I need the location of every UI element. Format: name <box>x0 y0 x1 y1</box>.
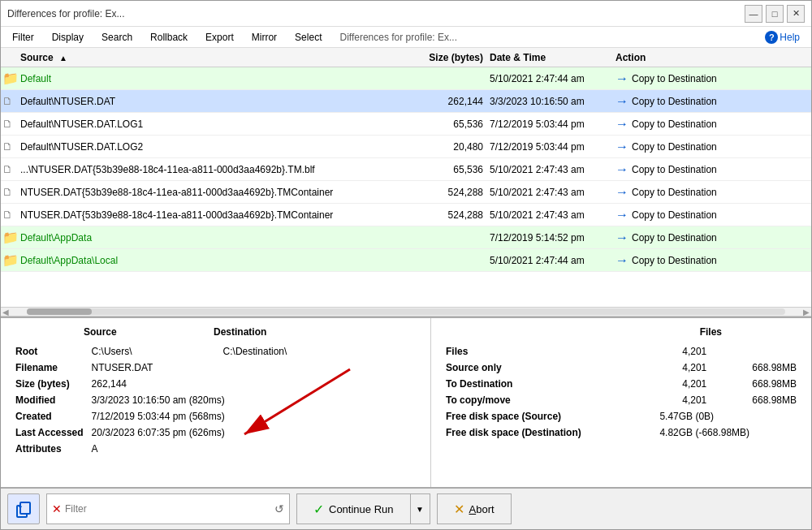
copy-icon <box>14 499 33 519</box>
abort-label: Abort <box>469 503 495 515</box>
action-arrow-icon: → <box>615 253 628 268</box>
file-action: → Copy to Destination <box>615 162 811 177</box>
stats-row-source-only: Source only 4,201 668.98MB <box>443 360 800 375</box>
file-action: → Copy to Destination <box>615 253 811 268</box>
root-source: C:\Users\ <box>89 344 218 359</box>
file-date: 7/12/2019 5:03:44 pm <box>490 118 615 130</box>
table-row[interactable]: 📁 Default\AppData 7/12/2019 5:14:52 pm →… <box>1 226 811 249</box>
folder-icon: 📁 <box>2 253 17 268</box>
root-dest: C:\Destination\ <box>220 344 419 359</box>
file-action: → Copy to Destination <box>615 185 811 200</box>
filename-value: NTUSER.DAT <box>89 360 419 375</box>
folder-icon: 📁 <box>2 231 17 245</box>
stats-panel: Files Files 4,201 Source only 4,201 668.… <box>431 318 811 487</box>
table-row[interactable]: 🗋 NTUSER.DAT{53b39e88-18c4-11ea-a811-000… <box>1 204 811 226</box>
col-size[interactable]: Size (bytes) <box>417 52 490 63</box>
stats-to-dest-label: To Destination <box>443 377 654 391</box>
filter-refresh-icon[interactable]: ↺ <box>274 502 284 515</box>
menu-export[interactable]: Export <box>197 30 242 45</box>
filter-clear-icon[interactable]: ✕ <box>52 502 62 515</box>
abort-button[interactable]: ✕ Abort <box>437 493 512 524</box>
file-name: NTUSER.DAT{53b39e88-18c4-11ea-a811-000d3… <box>19 209 417 221</box>
table-row[interactable]: 🗋 Default\NTUSER.DAT.LOG2 20,480 7/12/20… <box>1 136 811 158</box>
stats-row-to-copy: To copy/move 4,201 668.98MB <box>443 393 800 407</box>
checkmark-icon: ✓ <box>313 502 324 517</box>
continue-run-dropdown[interactable]: ▼ <box>411 493 430 524</box>
menu-help[interactable]: ? Help <box>757 29 808 45</box>
last-accessed-value: 20/3/2023 6:07:35 pm (626ms) <box>89 425 419 440</box>
action-arrow-icon: → <box>615 162 628 177</box>
table-row[interactable]: 📁 Default 5/10/2021 2:47:44 am → Copy to… <box>1 67 811 90</box>
stats-free-dest-value: 4.82GB (-668.98MB) <box>656 425 800 440</box>
stats-to-copy-count: 4,201 <box>656 393 710 407</box>
table-row[interactable]: 📁 Default\AppData\Local 5/10/2021 2:47:4… <box>1 249 811 272</box>
file-date: 7/12/2019 5:03:44 pm <box>490 141 615 153</box>
table-row[interactable]: 🗋 NTUSER.DAT{53b39e88-18c4-11ea-a811-000… <box>1 181 811 204</box>
titlebar-buttons: — □ ✕ <box>745 5 805 23</box>
doc-icon: 🗋 <box>2 208 17 222</box>
action-arrow-icon: → <box>615 94 628 109</box>
file-date: 5/10/2021 2:47:43 am <box>490 187 615 198</box>
detail-row-root: Root C:\Users\ C:\Destination\ <box>12 344 419 359</box>
table-row[interactable]: 🗋 ...\NTUSER.DAT{53b39e88-18c4-11ea-a811… <box>1 158 811 181</box>
continue-run-button[interactable]: ✓ Continue Run <box>296 493 411 524</box>
detail-sub-headers: Source Destination <box>11 326 421 338</box>
stats-files-total: 4,201 <box>656 344 710 359</box>
file-date: 3/3/2023 10:16:50 am <box>490 96 615 107</box>
table-row[interactable]: 🗋 Default\NTUSER.DAT 262,144 3/3/2023 10… <box>1 90 811 113</box>
menu-display[interactable]: Display <box>44 30 92 45</box>
doc-icon: 🗋 <box>2 117 17 131</box>
main-window: Differences for profile: Ex... — □ ✕ Fil… <box>0 0 812 530</box>
files-col-header: Files <box>672 326 728 338</box>
close-button[interactable]: ✕ <box>787 5 805 23</box>
col-source[interactable]: Source ▲ <box>2 52 417 63</box>
help-icon: ? <box>765 31 778 44</box>
col-date[interactable]: Date & Time <box>490 52 615 63</box>
action-arrow-icon: → <box>615 208 628 222</box>
maximize-button[interactable]: □ <box>766 5 784 23</box>
file-name: Default\NTUSER.DAT.LOG1 <box>19 118 417 130</box>
detail-row-last-accessed: Last Accessed 20/3/2023 6:07:35 pm (626m… <box>12 425 419 440</box>
file-date: 7/12/2019 5:14:52 pm <box>490 232 615 243</box>
file-date: 5/10/2021 2:47:43 am <box>490 209 615 221</box>
file-size: 524,288 <box>417 209 490 221</box>
menu-search[interactable]: Search <box>93 30 140 45</box>
window-title: Differences for profile: Ex... <box>7 8 745 19</box>
filter-input[interactable] <box>65 503 271 515</box>
created-value: 7/12/2019 5:03:44 pm (568ms) <box>89 409 419 424</box>
col-action[interactable]: Action <box>615 52 810 63</box>
titlebar: Differences for profile: Ex... — □ ✕ <box>1 1 811 27</box>
doc-icon: 🗋 <box>2 185 17 200</box>
menu-filter[interactable]: Filter <box>4 30 42 45</box>
file-name: Default\NTUSER.DAT <box>19 96 417 107</box>
action-arrow-icon: → <box>615 140 628 154</box>
file-name: ...\NTUSER.DAT{53b39e88-18c4-11ea-a811-0… <box>19 164 417 175</box>
filter-box: ✕ ↺ <box>46 493 290 524</box>
table-row[interactable]: 🗋 Default\NTUSER.DAT.LOG1 65,536 7/12/20… <box>1 113 811 136</box>
stats-to-dest-size: 668.98MB <box>711 377 800 391</box>
detail-row-filename: Filename NTUSER.DAT <box>12 360 419 375</box>
file-action: → Copy to Destination <box>615 117 811 131</box>
doc-icon: 🗋 <box>2 162 17 177</box>
file-action: → Copy to Destination <box>615 231 811 245</box>
horizontal-scrollbar[interactable]: ◀ ▶ <box>1 307 811 317</box>
detail-row-size: Size (bytes) 262,144 <box>12 377 419 391</box>
continue-run-group: ✓ Continue Run ▼ <box>296 493 430 524</box>
file-size: 65,536 <box>417 164 490 175</box>
dest-col-header: Destination <box>214 326 266 338</box>
copy-icon-button[interactable] <box>7 493 40 524</box>
menu-select[interactable]: Select <box>287 30 330 45</box>
file-action: → Copy to Destination <box>615 208 811 222</box>
stats-headers: Files <box>441 326 801 338</box>
size-value: 262,144 <box>89 377 419 391</box>
column-headers: Source ▲ Size (bytes) Date & Time Action <box>1 48 811 67</box>
file-list[interactable]: 📁 Default 5/10/2021 2:47:44 am → Copy to… <box>1 67 811 307</box>
minimize-button[interactable]: — <box>745 5 762 23</box>
stats-source-only-label: Source only <box>443 360 654 375</box>
menubar: Filter Display Search Rollback Export Mi… <box>1 27 811 48</box>
menu-rollback[interactable]: Rollback <box>142 30 196 45</box>
file-date: 5/10/2021 2:47:44 am <box>490 255 615 266</box>
menu-mirror[interactable]: Mirror <box>244 30 285 45</box>
file-action: → Copy to Destination <box>615 94 811 109</box>
stats-free-source-label: Free disk space (Source) <box>443 409 654 424</box>
